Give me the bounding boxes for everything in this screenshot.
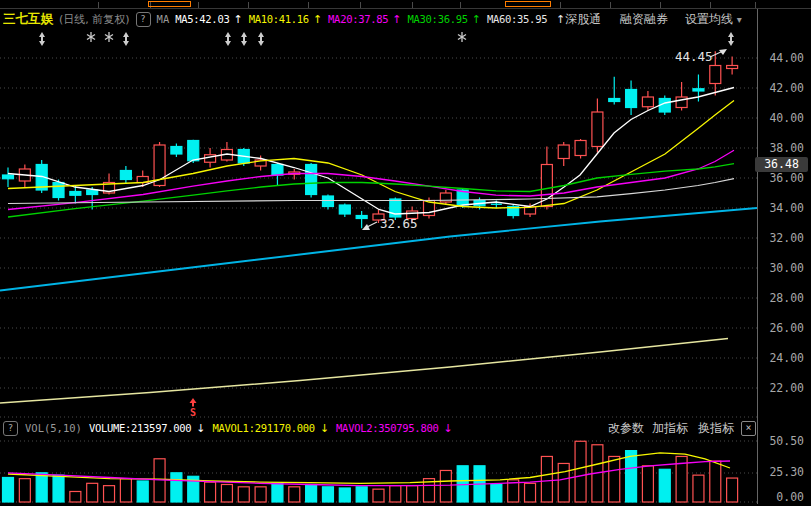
volume-bar — [575, 441, 586, 502]
tab-divider — [660, 2, 661, 8]
margin-trading-link[interactable]: 融资融券 — [620, 9, 668, 29]
ma60-value: MA60:35.95 — [487, 13, 547, 25]
volume-bar — [53, 475, 64, 502]
volume-bar — [491, 484, 502, 502]
price-tick-label: 26.00 — [742, 321, 804, 335]
price-tick-label: 22.00 — [742, 381, 804, 395]
switch-indicator-button[interactable]: 换指标 — [698, 419, 734, 437]
volume-tick-label: 50.50 — [742, 434, 804, 448]
volume-header: ? VOL(5,10) VOLUME:213597.000 ↓ MAVOL1:2… — [3, 419, 603, 437]
mavol2-trend-arrow-icon: ↓ — [443, 422, 452, 435]
tab-divider — [460, 2, 461, 8]
ma30-trend-arrow-icon: ↑ — [472, 13, 481, 26]
tab-divider — [755, 2, 756, 8]
candle-body — [592, 112, 603, 147]
shenzhen-connect-link[interactable]: ↑深股通 — [558, 9, 601, 29]
vol-indicator-label: VOL(5,10) — [25, 422, 82, 434]
mavol2-value: MAVOL2:350795.800 — [336, 422, 438, 434]
volume-bar — [238, 487, 249, 502]
tab-divider — [248, 2, 249, 8]
ma10-value: MA10:41.16 — [249, 13, 309, 25]
active-tab-indicator[interactable] — [505, 1, 551, 7]
updown-arrow-icon — [225, 41, 231, 46]
ma10-trend-arrow-icon: ↑ — [313, 13, 322, 26]
price-tick-label: 40.00 — [742, 111, 804, 125]
app-window: S32.6544.45 三七互娱 (日线, 前复权) ? MA MA5:42.0… — [0, 0, 811, 506]
updown-arrow-icon — [260, 37, 262, 42]
annotation-arrow-icon — [362, 224, 370, 230]
volume-trend-arrow-icon: ↓ — [196, 422, 205, 435]
volume-bar — [255, 487, 266, 502]
updown-arrow-icon — [123, 41, 129, 46]
volume-bar — [171, 473, 182, 502]
candle-body — [120, 171, 131, 180]
volume-bar — [19, 479, 30, 502]
volume-bar — [306, 484, 317, 502]
ma-line-MA10 — [8, 101, 734, 208]
candle-body — [710, 66, 721, 84]
mavol1-value: MAVOL1:291170.000 — [213, 422, 315, 434]
price-tick-label: 30.00 — [742, 261, 804, 275]
tab-divider — [308, 2, 309, 8]
active-tab-indicator[interactable] — [148, 1, 191, 7]
volume-bar — [626, 451, 637, 502]
volume-bar — [272, 483, 283, 502]
candle-body — [339, 205, 350, 214]
volume-bar — [727, 478, 738, 502]
price-tick-label: 32.00 — [742, 231, 804, 245]
volume-bar — [205, 482, 216, 502]
volume-bar — [373, 489, 384, 502]
candle-body — [70, 192, 81, 196]
price-tick-label: 28.00 — [742, 291, 804, 305]
updown-arrow-icon — [243, 37, 245, 42]
vol-help-icon[interactable]: ? — [3, 421, 18, 436]
candle-body — [558, 145, 569, 159]
help-icon[interactable]: ? — [136, 12, 151, 27]
volume-bar — [659, 469, 670, 502]
price-annotation: 32.65 — [380, 216, 418, 231]
candle-body — [306, 165, 317, 195]
candle-body — [642, 97, 653, 107]
ma-settings-button[interactable]: 设置均线 ▾ — [685, 9, 742, 29]
chart-header: 三七互娱 (日线, 前复权) ? MA MA5:42.03 ↑ MA10:41.… — [3, 9, 555, 29]
updown-arrow-icon — [728, 32, 734, 37]
chevron-down-icon: ▾ — [737, 14, 742, 25]
updown-arrow-icon — [241, 32, 247, 37]
tab-strip[interactable] — [0, 0, 811, 9]
tab-divider — [360, 2, 361, 8]
add-indicator-button[interactable]: 加指标 — [652, 419, 688, 437]
volume-bar — [525, 483, 536, 502]
sell-marker-label: S — [190, 407, 196, 418]
volume-bar — [440, 470, 451, 502]
updown-arrow-icon — [241, 41, 247, 46]
mavol1-trend-arrow-icon: ↓ — [320, 422, 329, 435]
price-tick-label: 38.00 — [742, 141, 804, 155]
updown-arrow-icon — [258, 41, 264, 46]
candle-body — [322, 196, 333, 207]
volume-bar — [322, 487, 333, 502]
updown-arrow-icon — [227, 37, 229, 42]
volume-bar — [70, 491, 81, 502]
updown-arrow-icon — [730, 37, 732, 42]
ma5-trend-arrow-icon: ↑ — [233, 13, 242, 26]
price-tick-label: 36.00 — [742, 171, 804, 185]
volume-bar — [339, 488, 350, 502]
volume-bar — [710, 461, 721, 502]
volume-bar — [137, 481, 148, 502]
candle-body — [188, 141, 199, 161]
updown-arrow-icon — [39, 41, 45, 46]
sell-marker-arrow-icon — [190, 398, 197, 403]
candle-body — [575, 141, 586, 156]
updown-arrow-icon — [39, 32, 45, 37]
updown-arrow-icon — [728, 41, 734, 46]
price-tick-label: 24.00 — [742, 351, 804, 365]
candle-body — [53, 183, 64, 198]
change-params-button[interactable]: 改参数 — [608, 419, 644, 437]
volume-bar — [120, 479, 131, 502]
tab-divider — [412, 2, 413, 8]
volume-bar — [390, 486, 401, 502]
tab-divider — [98, 2, 99, 8]
period-adjust-label: (日线, 前复权) — [59, 12, 130, 27]
price-annotation: 44.45 — [675, 49, 713, 64]
updown-arrow-icon — [258, 32, 264, 37]
